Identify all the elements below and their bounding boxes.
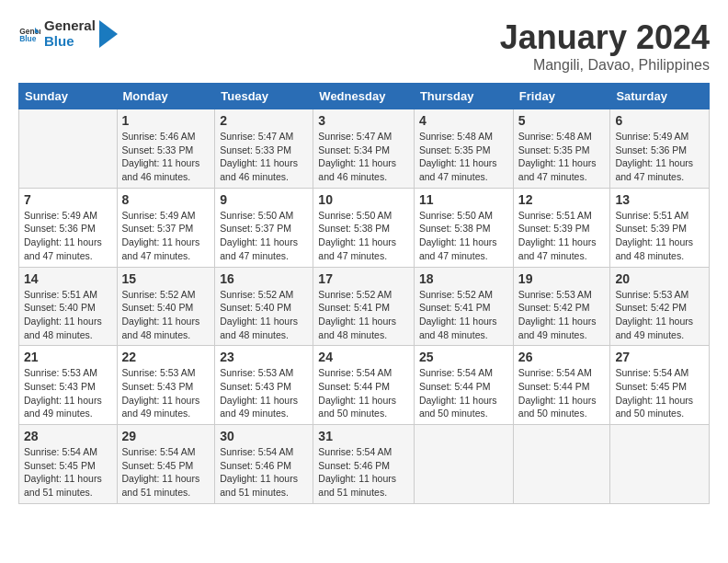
- day-number: 20: [615, 271, 704, 286]
- day-number: 19: [518, 271, 606, 286]
- page-header: General Blue General Blue January 2024 M…: [18, 18, 710, 74]
- week-row-1: 1Sunrise: 5:46 AM Sunset: 5:33 PM Daylig…: [19, 109, 710, 189]
- calendar-cell: 2Sunrise: 5:47 AM Sunset: 5:33 PM Daylig…: [215, 109, 313, 189]
- day-info: Sunrise: 5:52 AM Sunset: 5:40 PM Dayligh…: [220, 288, 308, 342]
- day-number: 31: [318, 429, 409, 443]
- calendar-cell: 28Sunrise: 5:54 AM Sunset: 5:45 PM Dayli…: [19, 425, 118, 504]
- calendar-cell: 16Sunrise: 5:52 AM Sunset: 5:40 PM Dayli…: [215, 267, 313, 346]
- week-row-5: 28Sunrise: 5:54 AM Sunset: 5:45 PM Dayli…: [19, 425, 710, 504]
- calendar-cell: 18Sunrise: 5:52 AM Sunset: 5:41 PM Dayli…: [414, 267, 513, 346]
- day-number: 4: [419, 113, 508, 128]
- day-number: 29: [122, 429, 210, 443]
- calendar-cell: 20Sunrise: 5:53 AM Sunset: 5:42 PM Dayli…: [610, 267, 710, 346]
- logo-general: General: [44, 17, 96, 33]
- day-info: Sunrise: 5:53 AM Sunset: 5:43 PM Dayligh…: [24, 366, 112, 420]
- day-number: 17: [318, 271, 409, 286]
- day-number: 1: [122, 113, 210, 128]
- calendar-cell: 30Sunrise: 5:54 AM Sunset: 5:46 PM Dayli…: [215, 425, 313, 504]
- day-number: 11: [419, 192, 508, 207]
- calendar-cell: [513, 425, 610, 504]
- calendar-cell: [610, 425, 710, 504]
- svg-marker-3: [99, 20, 118, 48]
- day-info: Sunrise: 5:53 AM Sunset: 5:43 PM Dayligh…: [220, 366, 308, 420]
- calendar-cell: 23Sunrise: 5:53 AM Sunset: 5:43 PM Dayli…: [215, 346, 313, 425]
- logo: General Blue General Blue: [18, 18, 118, 49]
- day-info: Sunrise: 5:54 AM Sunset: 5:44 PM Dayligh…: [318, 366, 409, 420]
- calendar-cell: 17Sunrise: 5:52 AM Sunset: 5:41 PM Dayli…: [313, 267, 415, 346]
- calendar-cell: [19, 109, 118, 189]
- title-block: January 2024 Mangili, Davao, Philippines: [500, 18, 710, 74]
- calendar-cell: [414, 425, 513, 504]
- calendar-cell: 29Sunrise: 5:54 AM Sunset: 5:45 PM Dayli…: [117, 425, 215, 504]
- day-info: Sunrise: 5:49 AM Sunset: 5:36 PM Dayligh…: [24, 209, 112, 263]
- day-info: Sunrise: 5:52 AM Sunset: 5:41 PM Dayligh…: [318, 288, 409, 342]
- day-info: Sunrise: 5:54 AM Sunset: 5:45 PM Dayligh…: [615, 366, 704, 420]
- day-info: Sunrise: 5:51 AM Sunset: 5:39 PM Dayligh…: [615, 209, 704, 263]
- day-number: 7: [24, 192, 112, 207]
- day-number: 26: [518, 350, 606, 364]
- calendar-cell: 15Sunrise: 5:52 AM Sunset: 5:40 PM Dayli…: [117, 267, 215, 346]
- day-info: Sunrise: 5:48 AM Sunset: 5:35 PM Dayligh…: [419, 130, 508, 184]
- day-info: Sunrise: 5:47 AM Sunset: 5:33 PM Dayligh…: [220, 130, 308, 184]
- calendar-cell: 1Sunrise: 5:46 AM Sunset: 5:33 PM Daylig…: [117, 109, 215, 189]
- day-number: 21: [24, 350, 112, 364]
- calendar-cell: 21Sunrise: 5:53 AM Sunset: 5:43 PM Dayli…: [19, 346, 118, 425]
- header-day-sunday: Sunday: [19, 84, 118, 109]
- day-number: 9: [220, 192, 308, 207]
- day-number: 5: [518, 113, 606, 128]
- logo-blue: Blue: [44, 33, 74, 49]
- day-number: 27: [615, 350, 704, 364]
- calendar-cell: 14Sunrise: 5:51 AM Sunset: 5:40 PM Dayli…: [19, 267, 118, 346]
- header-day-saturday: Saturday: [610, 84, 710, 109]
- day-info: Sunrise: 5:50 AM Sunset: 5:38 PM Dayligh…: [318, 209, 409, 263]
- calendar-header-row: SundayMondayTuesdayWednesdayThursdayFrid…: [19, 84, 710, 109]
- day-number: 18: [419, 271, 508, 286]
- day-info: Sunrise: 5:54 AM Sunset: 5:45 PM Dayligh…: [122, 445, 210, 500]
- header-day-wednesday: Wednesday: [313, 84, 415, 109]
- day-number: 6: [615, 113, 704, 128]
- calendar-cell: 31Sunrise: 5:54 AM Sunset: 5:46 PM Dayli…: [313, 425, 415, 504]
- day-info: Sunrise: 5:49 AM Sunset: 5:36 PM Dayligh…: [615, 130, 704, 184]
- calendar-cell: 3Sunrise: 5:47 AM Sunset: 5:34 PM Daylig…: [313, 109, 415, 189]
- day-number: 16: [220, 271, 308, 286]
- calendar-cell: 12Sunrise: 5:51 AM Sunset: 5:39 PM Dayli…: [513, 188, 610, 267]
- day-info: Sunrise: 5:48 AM Sunset: 5:35 PM Dayligh…: [518, 130, 606, 184]
- day-info: Sunrise: 5:46 AM Sunset: 5:33 PM Dayligh…: [122, 130, 210, 184]
- day-info: Sunrise: 5:54 AM Sunset: 5:46 PM Dayligh…: [318, 445, 409, 500]
- day-number: 30: [220, 429, 308, 443]
- calendar-cell: 19Sunrise: 5:53 AM Sunset: 5:42 PM Dayli…: [513, 267, 610, 346]
- calendar-cell: 10Sunrise: 5:50 AM Sunset: 5:38 PM Dayli…: [313, 188, 415, 267]
- calendar-title: January 2024: [500, 18, 710, 57]
- day-info: Sunrise: 5:50 AM Sunset: 5:38 PM Dayligh…: [419, 209, 508, 263]
- calendar-cell: 6Sunrise: 5:49 AM Sunset: 5:36 PM Daylig…: [610, 109, 710, 189]
- day-number: 15: [122, 271, 210, 286]
- calendar-cell: 26Sunrise: 5:54 AM Sunset: 5:44 PM Dayli…: [513, 346, 610, 425]
- header-day-monday: Monday: [117, 84, 215, 109]
- day-info: Sunrise: 5:51 AM Sunset: 5:40 PM Dayligh…: [24, 288, 112, 342]
- header-day-thursday: Thursday: [414, 84, 513, 109]
- calendar-cell: 8Sunrise: 5:49 AM Sunset: 5:37 PM Daylig…: [117, 188, 215, 267]
- calendar-cell: 22Sunrise: 5:53 AM Sunset: 5:43 PM Dayli…: [117, 346, 215, 425]
- calendar-cell: 5Sunrise: 5:48 AM Sunset: 5:35 PM Daylig…: [513, 109, 610, 189]
- calendar-cell: 9Sunrise: 5:50 AM Sunset: 5:37 PM Daylig…: [215, 188, 313, 267]
- calendar-table: SundayMondayTuesdayWednesdayThursdayFrid…: [18, 83, 710, 504]
- header-day-tuesday: Tuesday: [215, 84, 313, 109]
- day-info: Sunrise: 5:53 AM Sunset: 5:42 PM Dayligh…: [615, 288, 704, 342]
- day-number: 3: [318, 113, 409, 128]
- day-number: 2: [220, 113, 308, 128]
- day-info: Sunrise: 5:47 AM Sunset: 5:34 PM Dayligh…: [318, 130, 409, 184]
- calendar-cell: 11Sunrise: 5:50 AM Sunset: 5:38 PM Dayli…: [414, 188, 513, 267]
- day-number: 13: [615, 192, 704, 207]
- week-row-2: 7Sunrise: 5:49 AM Sunset: 5:36 PM Daylig…: [19, 188, 710, 267]
- day-number: 10: [318, 192, 409, 207]
- day-number: 8: [122, 192, 210, 207]
- day-info: Sunrise: 5:54 AM Sunset: 5:44 PM Dayligh…: [419, 366, 508, 420]
- day-number: 12: [518, 192, 606, 207]
- calendar-subtitle: Mangili, Davao, Philippines: [500, 57, 710, 74]
- calendar-cell: 4Sunrise: 5:48 AM Sunset: 5:35 PM Daylig…: [414, 109, 513, 189]
- day-number: 22: [122, 350, 210, 364]
- calendar-cell: 25Sunrise: 5:54 AM Sunset: 5:44 PM Dayli…: [414, 346, 513, 425]
- day-info: Sunrise: 5:50 AM Sunset: 5:37 PM Dayligh…: [220, 209, 308, 263]
- day-info: Sunrise: 5:52 AM Sunset: 5:41 PM Dayligh…: [419, 288, 508, 342]
- day-info: Sunrise: 5:53 AM Sunset: 5:43 PM Dayligh…: [122, 366, 210, 420]
